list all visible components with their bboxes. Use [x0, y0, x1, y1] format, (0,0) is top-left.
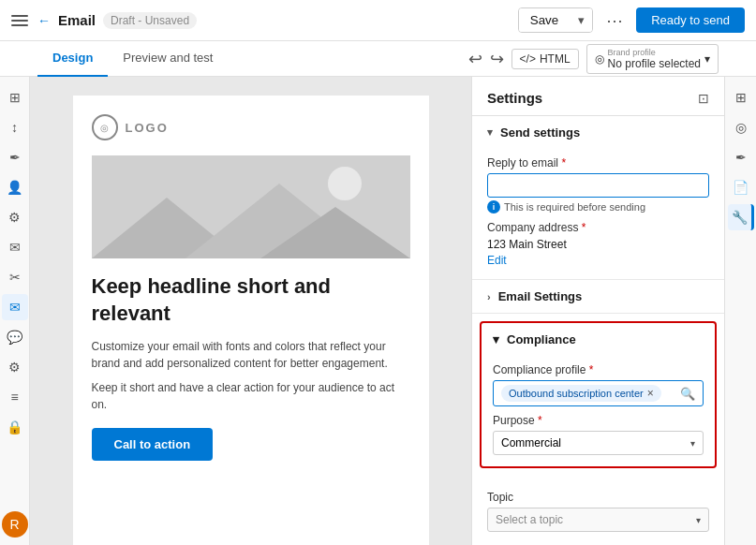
email-headline: Keep headline short and relevant — [92, 273, 410, 327]
draft-status-badge: Draft - Unsaved — [103, 12, 197, 29]
chevron-down-icon2: ▾ — [493, 332, 499, 346]
sidebar-icon-scissors[interactable]: ✂ — [2, 264, 28, 290]
right-sidebar-icon-target[interactable]: ◎ — [728, 114, 754, 140]
cta-button[interactable]: Call to action — [92, 428, 214, 461]
redo-icon: ↪ — [490, 49, 504, 69]
required-hint: i This is required before sending — [487, 200, 709, 214]
send-settings-section: ▾ Send settings Reply to email * i This … — [472, 116, 724, 280]
chevron-down-icon: ▾ — [704, 52, 710, 66]
right-sidebar-icon-doc[interactable]: 📄 — [728, 174, 754, 200]
chevron-down-icon: ▾ — [487, 126, 493, 139]
ready-to-send-button[interactable]: Ready to send — [636, 7, 745, 33]
email-settings-header[interactable]: › Email Settings — [472, 280, 724, 313]
sidebar-icon-contacts[interactable]: 👤 — [2, 174, 28, 200]
reply-to-email-label: Reply to email * — [487, 156, 709, 169]
sidebar-icon-blocks[interactable]: ⊞ — [2, 84, 28, 110]
purpose-label: Purpose * — [493, 414, 704, 427]
tab-bar: Design Preview and test ↩ ↪ </> HTML ◎ B… — [0, 41, 756, 77]
chevron-down-icon4: ▾ — [696, 515, 701, 525]
tab-preview[interactable]: Preview and test — [108, 41, 228, 77]
email-body-2: Keep it short and have a clear action fo… — [92, 379, 410, 413]
email-canvas: ◎ LOGO Keep headline short and relevant … — [73, 96, 429, 545]
logo-circle-icon: ◎ — [92, 114, 118, 140]
topic-select[interactable]: Select a topic ▾ — [487, 508, 709, 532]
sidebar-icon-lock[interactable]: 🔒 — [2, 414, 28, 440]
topic-label: Topic — [487, 491, 709, 504]
compliance-section: ▾ Compliance Compliance profile * Outbou… — [480, 321, 717, 468]
compliance-content: Compliance profile * Outbound subscripti… — [482, 363, 715, 466]
save-dropdown-button[interactable]: ▾ — [571, 8, 592, 32]
canvas-area: ◎ LOGO Keep headline short and relevant … — [30, 77, 471, 545]
settings-panel: Settings ⊡ ▾ Send settings Reply to emai… — [471, 77, 724, 545]
edit-link[interactable]: Edit — [487, 254, 507, 267]
main-content: ⊞ ↕ ✒ 👤 ⚙ ✉ ✂ ✉ 💬 ⚙ ≡ 🔒 R ◎ LOGO — [0, 77, 756, 545]
right-sidebar-icon-settings-active[interactable]: 🔧 — [728, 204, 754, 230]
topic-section: Topic Select a topic ▾ — [472, 476, 724, 539]
sidebar-icon-email2[interactable]: ✉ — [2, 294, 28, 320]
brand-profile-button[interactable]: ◎ Brand profile No profile selected ▾ — [586, 44, 719, 74]
required-marker3: * — [589, 363, 594, 376]
company-address-label: Company address * — [487, 221, 709, 234]
left-sidebar: ⊞ ↕ ✒ 👤 ⚙ ✉ ✂ ✉ 💬 ⚙ ≡ 🔒 R — [0, 77, 30, 545]
hero-mountain-svg — [92, 155, 410, 258]
settings-expand-button[interactable]: ⊡ — [698, 91, 709, 106]
send-settings-content: Reply to email * i This is required befo… — [472, 156, 724, 279]
svg-point-4 — [328, 167, 362, 200]
chevron-down-icon3: ▾ — [690, 438, 695, 449]
right-sidebar: ⊞ ◎ ✒ 📄 🔧 — [724, 77, 756, 545]
sidebar-icon-list[interactable]: ≡ — [2, 384, 28, 410]
compliance-profile-input[interactable]: Outbound subscription center × 🔍 — [493, 380, 704, 406]
sidebar-icon-chat[interactable]: 💬 — [2, 324, 28, 350]
undo-icon: ↩ — [468, 49, 482, 69]
compliance-profile-label: Compliance profile * — [493, 363, 704, 376]
send-settings-header[interactable]: ▾ Send settings — [472, 116, 724, 149]
more-options-button[interactable]: ⋯ — [600, 10, 629, 31]
right-sidebar-icon-pen[interactable]: ✒ — [728, 144, 754, 170]
logo-area: ◎ LOGO — [92, 114, 410, 140]
undo-button[interactable]: ↩ — [468, 49, 482, 69]
sidebar-icon-email[interactable]: ✉ — [2, 234, 28, 260]
hero-image — [92, 155, 410, 258]
sidebar-icon-edit[interactable]: ✒ — [2, 144, 28, 170]
top-bar: ← Email Draft - Unsaved Save ▾ ⋯ Ready t… — [0, 0, 756, 41]
hamburger-menu[interactable] — [11, 11, 30, 30]
sidebar-icon-gear[interactable]: ⚙ — [2, 354, 28, 380]
tab-design[interactable]: Design — [37, 41, 108, 77]
right-sidebar-icon-blocks[interactable]: ⊞ — [728, 84, 754, 110]
send-settings-label: Send settings — [500, 125, 580, 140]
redo-button[interactable]: ↪ — [490, 49, 504, 69]
brand-icon: ◎ — [595, 52, 604, 66]
logo-text: LOGO — [126, 121, 169, 135]
purpose-select[interactable]: Commercial ▾ — [493, 431, 704, 455]
required-marker2: * — [582, 221, 586, 234]
email-settings-label: Email Settings — [498, 289, 583, 303]
required-marker4: * — [538, 414, 542, 427]
compliance-header[interactable]: ▾ Compliance — [482, 323, 715, 356]
toolbar-actions: ↩ ↪ </> HTML ◎ Brand profile No profile … — [468, 44, 719, 74]
tag-remove-button[interactable]: × — [647, 387, 654, 400]
settings-header: Settings ⊡ — [472, 77, 724, 116]
email-body-1: Customize your email with fonts and colo… — [92, 338, 410, 372]
html-button[interactable]: </> HTML — [511, 49, 579, 69]
back-button[interactable]: ← — [37, 13, 51, 28]
chevron-right-icon: › — [487, 291, 491, 302]
save-main-button[interactable]: Save — [519, 8, 570, 32]
sidebar-icon-key[interactable]: R — [2, 511, 28, 538]
compliance-profile-tag: Outbound subscription center × — [501, 385, 661, 402]
save-button-group: Save ▾ — [518, 7, 593, 33]
back-arrow-icon: ← — [37, 13, 51, 28]
sidebar-icon-settings[interactable]: ⚙ — [2, 204, 28, 230]
page-title: Email — [58, 12, 96, 28]
reply-to-email-input[interactable] — [487, 173, 709, 198]
company-address-value: 123 Main Street — [487, 238, 709, 251]
info-icon: i — [487, 200, 500, 214]
settings-title: Settings — [487, 90, 542, 106]
code-icon: </> — [520, 52, 536, 66]
search-icon: 🔍 — [680, 387, 695, 401]
compliance-label: Compliance — [507, 332, 576, 346]
email-settings-section: › Email Settings — [472, 280, 724, 314]
required-marker: * — [561, 156, 566, 169]
sidebar-icon-layout[interactable]: ↕ — [2, 114, 28, 140]
